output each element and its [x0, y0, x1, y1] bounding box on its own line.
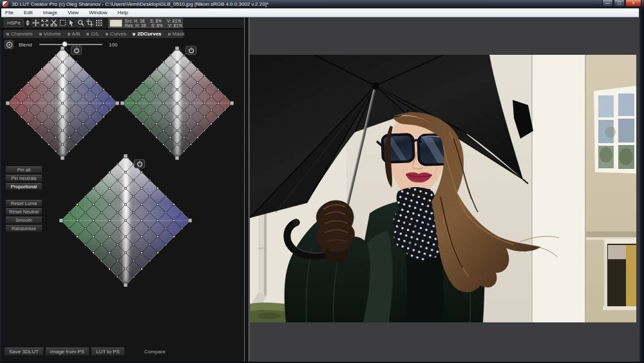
window-title: 3D LUT Creator Pro (c) Oleg Sharonov - C…: [12, 1, 269, 7]
menu-view[interactable]: View: [62, 8, 84, 17]
power-toggle-grid2[interactable]: [185, 46, 196, 55]
photo-preview[interactable]: [250, 55, 636, 322]
proportional-button[interactable]: Proportional: [5, 183, 43, 190]
upper-window: [594, 86, 636, 173]
bottom-bar: Save 3DLUT Image from PS LUT to PS: [4, 348, 125, 356]
menubar: File Edit Image View Window Help: [0, 8, 644, 17]
curve-grid-green-red: [120, 46, 234, 160]
smooth-button[interactable]: Smooth: [5, 217, 43, 224]
menu-help[interactable]: Help: [113, 8, 133, 17]
lower-window: [603, 239, 636, 310]
menu-window[interactable]: Window: [84, 8, 112, 17]
window-controls: — □ ×: [601, 0, 641, 7]
pin-all-button[interactable]: Pin all: [5, 166, 43, 173]
menu-file[interactable]: File: [0, 8, 19, 17]
menu-image[interactable]: Image: [38, 8, 62, 17]
control-panel: HSPe: [1, 17, 244, 362]
panel-splitter: [244, 17, 249, 362]
photo-pane: [249, 17, 639, 362]
maximize-button[interactable]: □: [614, 0, 625, 7]
power-toggle-grid3[interactable]: [134, 159, 145, 168]
close-button[interactable]: ×: [625, 0, 641, 7]
side-button-group: Pin all Pin neutrals Proportional Reset …: [5, 166, 43, 233]
lut-to-ps-button[interactable]: LUT to PS: [91, 348, 125, 356]
image-from-ps-button[interactable]: Image from PS: [45, 348, 90, 356]
app-icon: [3, 1, 8, 7]
window-border-right: [639, 8, 644, 362]
power-toggle-grid1[interactable]: [71, 46, 82, 55]
curve-grid-red-blue: [6, 46, 119, 160]
app-window: 3D LUT Creator Pro (c) Oleg Sharonov - C…: [0, 0, 644, 363]
compare-toggle[interactable]: Compare: [144, 349, 166, 355]
minimize-button[interactable]: —: [602, 0, 613, 7]
pin-neutrals-button[interactable]: Pin neutrals: [5, 175, 43, 182]
reset-luma-button[interactable]: Reset Luma: [5, 200, 43, 207]
save-3dlut-button[interactable]: Save 3DLUT: [4, 348, 44, 356]
reset-neutral-button[interactable]: Reset Neutral: [5, 208, 43, 215]
titlebar: 3D LUT Creator Pro (c) Oleg Sharonov - C…: [0, 0, 644, 8]
curve-grid-green-blue: [59, 154, 192, 287]
randomize-button[interactable]: Randomize: [5, 225, 43, 232]
menu-edit[interactable]: Edit: [19, 8, 38, 17]
